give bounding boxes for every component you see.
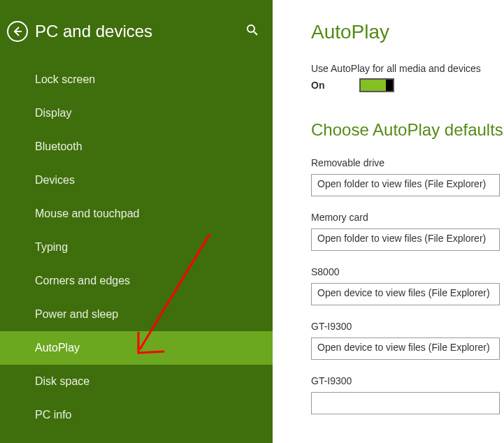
device-label: GT-I9300 — [311, 321, 504, 332]
sidebar-item-power-sleep[interactable]: Power and sleep — [0, 298, 273, 331]
autoplay-toggle[interactable] — [359, 78, 394, 92]
toggle-state-text: On — [311, 80, 324, 91]
removable-drive-select[interactable]: Open folder to view files (File Explorer… — [311, 174, 500, 196]
sidebar-item-label: Display — [35, 107, 71, 119]
device-group-removable-drive: Removable drive Open folder to view file… — [311, 157, 504, 196]
toggle-label: Use AutoPlay for all media and devices — [311, 63, 504, 74]
sidebar-item-label: PC info — [35, 409, 71, 421]
gt-i9300-select-2[interactable] — [311, 392, 500, 414]
sidebar-items: Lock screen Display Bluetooth Devices Mo… — [0, 63, 273, 443]
page-title: AutoPlay — [311, 21, 504, 43]
device-label: Removable drive — [311, 157, 504, 168]
toggle-fill — [361, 80, 387, 91]
sidebar-item-label: Power and sleep — [35, 308, 118, 320]
sidebar-title: PC and devices — [35, 22, 246, 41]
content-panel: AutoPlay Use AutoPlay for all media and … — [273, 0, 504, 443]
gt-i9300-select-1[interactable]: Open device to view files (File Explorer… — [311, 337, 500, 360]
sidebar-item-pc-info[interactable]: PC info — [0, 398, 273, 432]
sidebar-item-bluetooth[interactable]: Bluetooth — [0, 130, 273, 164]
sidebar-item-corners-edges[interactable]: Corners and edges — [0, 264, 273, 298]
device-group-s8000: S8000 Open device to view files (File Ex… — [311, 266, 504, 305]
search-button[interactable] — [246, 24, 259, 39]
device-label: S8000 — [311, 266, 504, 277]
sidebar-item-mouse-touchpad[interactable]: Mouse and touchpad — [0, 197, 273, 231]
device-group-gt-i9300-1: GT-I9300 Open device to view files (File… — [311, 321, 504, 360]
device-label: Memory card — [311, 212, 504, 223]
sidebar-header: PC and devices — [0, 0, 273, 63]
s8000-select[interactable]: Open device to view files (File Explorer… — [311, 283, 500, 305]
toggle-row: On — [311, 78, 504, 92]
sidebar-item-label: Devices — [35, 174, 75, 186]
sidebar-item-label: Lock screen — [35, 73, 95, 85]
sidebar-item-label: Typing — [35, 241, 68, 253]
sidebar-item-label: AutoPlay — [35, 342, 80, 354]
device-group-gt-i9300-2: GT-I9300 — [311, 375, 504, 414]
sidebar-item-disk-space[interactable]: Disk space — [0, 365, 273, 398]
sidebar-item-label: Mouse and touchpad — [35, 208, 139, 219]
sidebar-item-label: Disk space — [35, 375, 89, 387]
sidebar-item-autoplay[interactable]: AutoPlay — [0, 331, 273, 365]
back-button[interactable] — [7, 21, 28, 42]
back-arrow-icon — [12, 26, 23, 37]
autoplay-toggle-section: Use AutoPlay for all media and devices O… — [311, 63, 504, 92]
sidebar-item-devices[interactable]: Devices — [0, 164, 273, 197]
toggle-handle — [386, 80, 393, 91]
device-label: GT-I9300 — [311, 375, 504, 386]
device-group-memory-card: Memory card Open folder to view files (F… — [311, 212, 504, 251]
search-icon — [246, 24, 259, 36]
sidebar-item-typing[interactable]: Typing — [0, 231, 273, 264]
sidebar-item-lock-screen[interactable]: Lock screen — [0, 63, 273, 96]
svg-point-0 — [247, 25, 254, 32]
defaults-heading: Choose AutoPlay defaults — [311, 120, 504, 140]
sidebar: PC and devices Lock screen Display Bluet… — [0, 0, 273, 443]
sidebar-item-label: Bluetooth — [35, 140, 82, 152]
memory-card-select[interactable]: Open folder to view files (File Explorer… — [311, 228, 500, 251]
sidebar-item-display[interactable]: Display — [0, 96, 273, 130]
sidebar-item-label: Corners and edges — [35, 275, 130, 286]
